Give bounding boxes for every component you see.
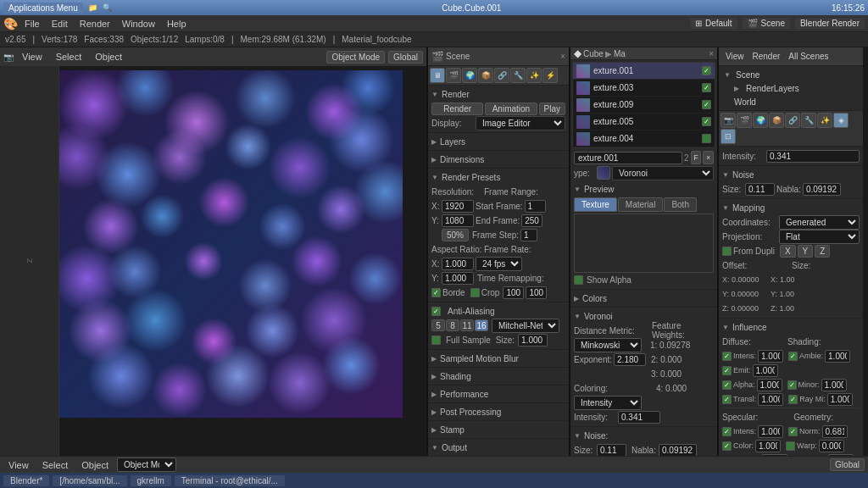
nabla-input[interactable] <box>659 444 697 457</box>
tex-enabled-2[interactable]: ✓ <box>702 83 711 92</box>
emit-check[interactable]: ✓ <box>722 366 732 375</box>
panel-toggle[interactable]: × <box>560 52 565 61</box>
constraints-icon[interactable]: 🔗 <box>494 68 509 83</box>
end-frame-input[interactable] <box>521 214 542 227</box>
object-btn-bot[interactable]: Object <box>76 459 114 471</box>
full-sample-check[interactable] <box>431 336 441 345</box>
norm-check[interactable]: ✓ <box>788 427 798 436</box>
tex-slot-3[interactable]: exture.009 ✓ <box>573 97 715 114</box>
norm-val[interactable] <box>822 425 848 438</box>
emit-val[interactable] <box>753 364 778 377</box>
tex-enabled-1[interactable]: ✓ <box>702 66 711 75</box>
performance-header[interactable]: ▶ Performance <box>431 387 565 401</box>
shading-header[interactable]: ▶ Shading <box>431 369 565 383</box>
render-menu-2[interactable]: Render <box>749 51 784 62</box>
from-dupli-check[interactable] <box>722 247 732 256</box>
influence-header[interactable]: ▼ Influence <box>722 320 860 334</box>
stamp-header[interactable]: ▶ Stamp <box>431 423 565 436</box>
raymi-val[interactable] <box>827 393 853 406</box>
output-header[interactable]: ▼ Output <box>431 441 565 454</box>
duplic-check[interactable] <box>793 456 802 457</box>
gkrellm-task[interactable]: gkrellm <box>131 475 171 486</box>
mode-select-bot[interactable]: Object Mode <box>117 458 176 472</box>
ambient-check[interactable]: ✓ <box>788 352 798 361</box>
camera-prop-icon[interactable]: 📷 <box>721 113 736 128</box>
engine-select[interactable]: Blender Render <box>800 19 860 28</box>
type-select[interactable]: Voronoi <box>612 166 714 180</box>
all-scenes-btn[interactable]: All Scenes <box>785 51 832 62</box>
aa-header[interactable]: ✓ Anti-Aliasing <box>431 304 565 318</box>
noise-prop-header[interactable]: ▼ Noise <box>722 168 860 181</box>
tex-enabled-5[interactable] <box>702 134 711 143</box>
select-btn-bot[interactable]: Select <box>37 459 74 471</box>
hardns-check[interactable]: ✓ <box>722 456 732 457</box>
material-tab[interactable]: Material <box>618 197 664 212</box>
mirror-check[interactable]: ✓ <box>787 380 797 390</box>
noise-header[interactable]: ▼ Noise: <box>574 429 714 442</box>
tex-slot-5[interactable]: exture.004 <box>573 130 715 147</box>
physics-icon[interactable]: ⚡ <box>542 68 558 83</box>
y-axis-btn[interactable]: Y <box>798 245 814 258</box>
translucency-check[interactable]: ✓ <box>722 395 732 404</box>
show-alpha-check[interactable] <box>574 275 583 285</box>
aa-16[interactable]: 16 <box>475 319 488 331</box>
constraint-icon[interactable]: 🔗 <box>785 113 800 128</box>
spec-intens-val[interactable] <box>758 425 783 438</box>
particles-prop-icon[interactable]: ✨ <box>817 113 832 128</box>
percent-btn[interactable]: 50% <box>442 229 469 241</box>
start-frame-input[interactable] <box>525 200 546 213</box>
mirror-val[interactable] <box>821 379 847 391</box>
size-input[interactable] <box>597 444 626 457</box>
motion-blur-header[interactable]: ▶ Sampled Motion Blur <box>431 352 565 365</box>
new-remap-input[interactable] <box>526 286 547 299</box>
apps-menu[interactable]: Applications Menu <box>3 3 83 14</box>
render-header[interactable]: ▼ Render <box>431 87 565 101</box>
both-tab[interactable]: Both <box>664 197 697 212</box>
tex-enabled-4[interactable]: ✓ <box>702 117 711 126</box>
mapping-prop-header[interactable]: ▼ Mapping <box>722 201 860 214</box>
render-layers-item[interactable]: ▶ RenderLayers <box>721 81 861 95</box>
ambient-val[interactable] <box>825 350 850 363</box>
intensity-input[interactable] <box>618 411 660 424</box>
edit-menu[interactable]: Edit <box>47 18 73 30</box>
view-menu-btn[interactable]: View <box>17 51 47 63</box>
tex-icon-btn[interactable]: F <box>691 151 702 164</box>
object-prop-icon[interactable]: 📦 <box>769 113 784 128</box>
intens-check[interactable]: ✓ <box>722 352 732 361</box>
res-x-input[interactable] <box>442 200 474 213</box>
scene-prop-icon[interactable]: 🎬 <box>737 113 752 128</box>
play-btn[interactable]: Play <box>539 103 565 115</box>
z-axis-btn[interactable]: Z <box>815 245 830 258</box>
color-val[interactable] <box>755 440 781 452</box>
projection-select[interactable]: Flat <box>779 230 860 244</box>
alpha-val[interactable] <box>757 379 782 391</box>
dist-metric-select[interactable]: Minkowski <box>574 338 642 352</box>
object-icon[interactable]: 📦 <box>478 68 493 83</box>
alpha-check[interactable]: ✓ <box>722 380 732 390</box>
panel-close[interactable]: × <box>709 49 714 58</box>
terminal-task[interactable]: Terminal - root@ethical/... <box>175 475 285 486</box>
window-menu[interactable]: Window <box>117 18 160 30</box>
frame-step-input[interactable] <box>520 229 537 241</box>
world-prop-icon[interactable]: 🌍 <box>753 113 768 128</box>
texture-prop-icon[interactable]: ⊡ <box>721 129 736 144</box>
scene-root[interactable]: ▼ Scene <box>721 68 861 81</box>
layers-header[interactable]: ▶ Layers <box>431 135 565 148</box>
crop-check[interactable] <box>470 288 480 297</box>
exponent-input[interactable] <box>614 353 646 366</box>
warp-val[interactable] <box>819 440 844 452</box>
global-select-bot[interactable]: Global <box>830 458 865 471</box>
warp-check[interactable] <box>786 441 795 451</box>
intensity-prop-input[interactable] <box>766 150 860 163</box>
aa-check[interactable]: ✓ <box>431 307 441 316</box>
old-remap-input[interactable] <box>503 286 524 299</box>
help-menu[interactable]: Help <box>162 18 192 30</box>
display-select[interactable]: Image Editor <box>476 116 565 130</box>
border-check[interactable]: ✓ <box>431 288 441 297</box>
tex-slot-4[interactable]: exture.005 ✓ <box>573 114 715 130</box>
scene-select[interactable]: Scene <box>761 19 785 28</box>
aa-11[interactable]: 11 <box>460 319 474 331</box>
file-menu[interactable]: File <box>19 18 45 30</box>
tex-name-input[interactable] <box>574 152 682 164</box>
animation-btn[interactable]: Animation <box>485 103 537 115</box>
